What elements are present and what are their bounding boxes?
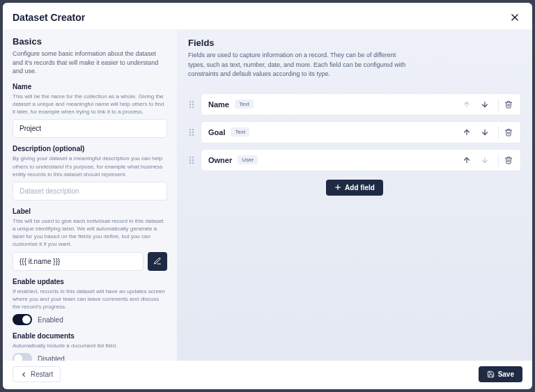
pencil-icon [153,257,162,265]
enable-documents-group: Enable documents Automatically include a… [13,332,167,361]
svg-point-10 [189,128,191,130]
record-label-help: This will be used to give each individua… [13,217,167,249]
name-input[interactable] [13,119,167,138]
basics-subheading: Configure some basic information about t… [13,49,167,76]
save-icon [487,370,495,378]
description-group: Description (optional) By giving your da… [13,145,167,201]
field-name: Goal [208,128,225,136]
record-label-group: Label This will be used to give each ind… [13,207,167,271]
trash-icon [504,128,513,136]
basics-panel: Basics Configure some basic information … [3,29,177,361]
field-row: NameText [188,93,521,116]
svg-point-20 [189,159,191,160]
delete-field-button[interactable] [498,98,515,111]
field-card[interactable]: NameText [201,93,521,116]
field-type-badge: Text [235,100,254,109]
modal-header: Dataset Creator [3,3,532,29]
arrow-down-icon [481,156,489,164]
save-label: Save [498,370,514,378]
svg-point-4 [189,103,191,104]
move-up-button[interactable] [460,154,473,166]
basics-heading: Basics [13,36,167,47]
name-label: Name [13,83,167,91]
enable-updates-help: If enabled, records in this dataset will… [13,288,167,311]
svg-point-13 [192,131,194,132]
svg-point-5 [192,103,194,104]
modal-body: Basics Configure some basic information … [3,29,532,361]
enable-documents-toggle[interactable] [13,353,32,361]
enable-updates-group: Enable updates If enabled, records in th… [13,278,167,326]
restart-label: Restart [31,370,53,378]
enable-updates-toggle[interactable] [13,314,32,325]
name-group: Name This will be the name for the colle… [13,83,167,139]
field-name: Owner [208,156,232,164]
svg-point-18 [189,156,191,157]
svg-point-23 [192,162,194,163]
add-field-button[interactable]: Add field [326,180,383,196]
svg-point-14 [189,134,191,135]
chevron-left-icon [20,371,27,378]
svg-point-7 [192,106,194,107]
drag-handle-icon[interactable] [188,100,195,109]
modal-backdrop: Dataset Creator Basics Configure some ba… [0,0,535,392]
close-icon [510,13,520,22]
field-name: Name [208,100,229,109]
arrow-down-icon [481,100,489,109]
delete-field-button[interactable] [498,126,515,139]
description-label: Description (optional) [13,145,167,152]
drag-handle-icon[interactable] [188,127,195,137]
move-up-button[interactable] [460,126,473,139]
svg-point-2 [189,100,191,102]
svg-point-22 [189,162,191,163]
record-label-label: Label [13,207,167,215]
drag-handle-icon[interactable] [188,155,195,165]
field-row: GoalText [188,121,521,143]
field-card[interactable]: OwnerUser [201,149,521,171]
enable-documents-label: Enable documents [13,332,167,340]
fields-heading: Fields [188,38,521,48]
toggle-knob [22,315,31,324]
arrow-up-icon [463,128,471,136]
field-row: OwnerUser [188,149,521,171]
move-down-button[interactable] [479,126,491,139]
enable-documents-status: Disabled [38,355,65,361]
description-help: By giving your dataset a meaningful desc… [13,155,167,178]
enable-updates-status: Enabled [38,316,63,324]
modal-title: Dataset Creator [13,12,85,23]
fields-subheading: Fields are used to capture information o… [188,51,411,79]
modal-footer: Restart Save [3,361,532,389]
field-type-badge: Text [231,127,249,136]
trash-icon [504,156,513,164]
move-down-button[interactable] [479,98,491,111]
enable-documents-help: Automatically include a document list fi… [13,342,167,350]
close-button[interactable] [507,10,522,25]
record-label-input[interactable] [13,252,144,271]
save-button[interactable]: Save [479,366,522,382]
enable-updates-label: Enable updates [13,278,167,285]
svg-point-3 [192,100,194,102]
arrow-up-icon [463,100,471,109]
arrow-down-icon [481,128,489,136]
name-help: This will be the name for the collection… [13,93,167,116]
field-card[interactable]: GoalText [201,121,521,143]
move-down-button [479,154,491,166]
field-list: NameTextGoalTextOwnerUser [188,93,521,171]
delete-field-button[interactable] [498,154,515,166]
description-input[interactable] [13,182,167,201]
toggle-knob [14,354,22,361]
restart-button[interactable]: Restart [13,366,61,382]
edit-label-button[interactable] [148,252,167,271]
plus-icon [334,184,341,191]
dataset-creator-modal: Dataset Creator Basics Configure some ba… [3,3,532,389]
fields-panel: Fields Fields are used to capture inform… [177,29,532,361]
svg-point-11 [192,128,194,130]
svg-point-12 [189,131,191,132]
svg-point-6 [189,106,191,107]
svg-point-21 [192,159,194,160]
svg-point-19 [192,156,194,157]
add-field-label: Add field [345,184,375,191]
trash-icon [504,100,513,109]
arrow-up-icon [463,156,471,164]
field-type-badge: User [238,155,258,164]
svg-point-15 [192,134,194,135]
